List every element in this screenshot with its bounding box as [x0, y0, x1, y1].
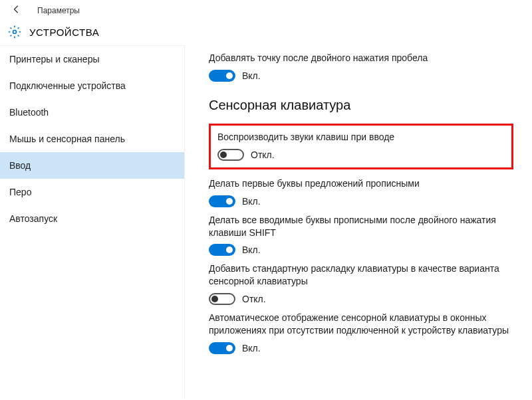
sidebar-item-label: Автозапуск: [9, 213, 57, 224]
setting-standard-layout: Добавить стандартную раскладку клавиатур…: [209, 262, 513, 305]
toggle-all-caps-shift[interactable]: [209, 244, 235, 256]
toggle-state-label: Откл.: [251, 150, 275, 160]
header: УСТРОЙСТВА: [0, 21, 532, 45]
setting-label: Автоматическое отображение сенсорной кла…: [209, 312, 513, 337]
sidebar-item-autoplay[interactable]: Автозапуск: [0, 205, 184, 232]
svg-point-0: [13, 31, 17, 34]
toggle-auto-show-keyboard[interactable]: [209, 342, 235, 354]
sidebar-item-label: Bluetooth: [9, 107, 49, 118]
setting-label: Воспроизводить звуки клавиш при вводе: [217, 131, 505, 144]
setting-add-period: Добавлять точку после двойного нажатия п…: [209, 52, 513, 82]
toggle-state-label: Вкл.: [242, 70, 261, 81]
toggle-state-label: Вкл.: [242, 245, 261, 255]
sidebar-item-pen[interactable]: Перо: [0, 179, 184, 205]
sidebar-item-mouse-touchpad[interactable]: Мышь и сенсорная панель: [0, 126, 184, 152]
sidebar-item-label: Перо: [9, 187, 31, 197]
toggle-add-period[interactable]: [209, 70, 235, 82]
sidebar-item-typing[interactable]: Ввод: [0, 152, 184, 179]
content-area: Добавлять точку после двойного нажатия п…: [185, 45, 532, 399]
highlighted-setting: Воспроизводить звуки клавиш при вводе От…: [209, 124, 513, 169]
titlebar: Параметры: [0, 0, 532, 21]
toggle-state-label: Вкл.: [242, 343, 261, 353]
setting-auto-show-keyboard: Автоматическое отображение сенсорной кла…: [209, 312, 513, 354]
sidebar-item-label: Подключенные устройства: [9, 80, 126, 91]
setting-label: Делать все вводимые буквы прописными пос…: [209, 214, 513, 239]
sidebar: Принтеры и сканеры Подключенные устройст…: [0, 45, 185, 399]
setting-label: Добавить стандартную раскладку клавиатур…: [209, 262, 513, 288]
page-title: УСТРОЙСТВА: [29, 27, 99, 38]
toggle-capitalize-first[interactable]: [209, 195, 235, 207]
setting-label: Добавлять точку после двойного нажатия п…: [209, 52, 513, 64]
back-button[interactable]: [8, 2, 25, 19]
window-title: Параметры: [37, 6, 80, 15]
toggle-state-label: Откл.: [242, 294, 266, 304]
toggle-state-label: Вкл.: [242, 196, 261, 207]
arrow-left-icon: [12, 5, 21, 14]
toggle-standard-layout[interactable]: [209, 293, 235, 305]
sidebar-item-label: Принтеры и сканеры: [9, 54, 99, 64]
toggle-key-sounds[interactable]: [217, 149, 244, 161]
sidebar-item-bluetooth[interactable]: Bluetooth: [0, 99, 184, 126]
sidebar-item-connected-devices[interactable]: Подключенные устройства: [0, 72, 184, 99]
setting-capitalize-first: Делать первые буквы предложений прописны…: [209, 177, 513, 207]
section-heading-touch-keyboard: Сенсорная клавиатура: [209, 98, 513, 113]
sidebar-item-printers[interactable]: Принтеры и сканеры: [0, 46, 184, 72]
sidebar-item-label: Ввод: [9, 160, 31, 171]
sidebar-item-label: Мышь и сенсорная панель: [9, 134, 125, 144]
setting-label: Делать первые буквы предложений прописны…: [209, 177, 513, 190]
setting-all-caps-shift: Делать все вводимые буквы прописными пос…: [209, 214, 513, 256]
gear-icon: [8, 25, 21, 39]
